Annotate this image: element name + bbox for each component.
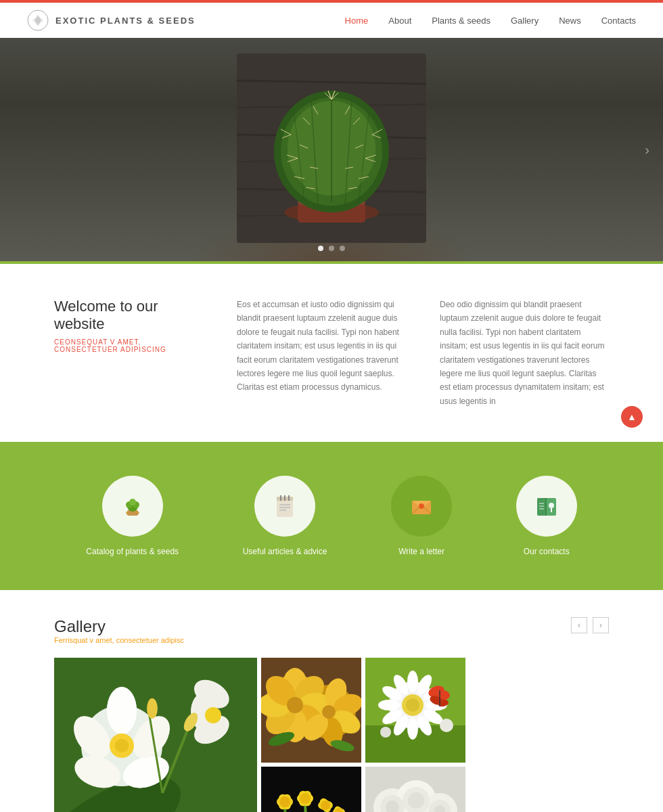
svg-point-48	[129, 499, 136, 505]
gallery-prev-arrow[interactable]: ‹	[571, 617, 587, 633]
gallery-next-arrow[interactable]: ›	[593, 617, 609, 633]
feature-articles[interactable]: Useful articles & advice	[243, 476, 327, 556]
svg-point-154	[321, 800, 330, 810]
gallery-title: Gallery	[54, 617, 184, 636]
feature-letter[interactable]: Write a letter	[391, 476, 452, 556]
feature-label-letter: Write a letter	[398, 547, 444, 556]
welcome-left: Welcome to our website CEONSEQUAT V AMET…	[54, 298, 203, 408]
gallery-header: Gallery Ferrisquat v amet, consectetuer …	[54, 617, 609, 644]
welcome-section: Welcome to our website CEONSEQUAT V AMET…	[0, 264, 663, 442]
hero-dot-3[interactable]	[340, 246, 345, 251]
hero-section: ›	[0, 38, 663, 261]
svg-point-147	[279, 796, 290, 807]
feature-circle-contacts	[516, 476, 577, 537]
gallery-item-2[interactable]	[261, 658, 361, 763]
nav-news[interactable]: News	[559, 16, 581, 26]
svg-point-135	[440, 719, 453, 732]
svg-rect-137	[261, 767, 361, 812]
hero-dot-1[interactable]	[318, 246, 323, 251]
svg-point-90	[147, 698, 158, 719]
welcome-subtitle: CEONSEQUAT V AMET, CONSECTETUER ADIPISCI…	[54, 338, 203, 353]
logo-text: EXOTIC PLANTS & SEEDS	[55, 16, 196, 26]
nav-about[interactable]: About	[388, 16, 411, 26]
nav-home[interactable]: Home	[345, 16, 369, 26]
gallery-subtitle: Ferrisquat v amet, consectetuer adipisc	[54, 636, 184, 644]
svg-point-116	[407, 671, 418, 692]
welcome-text-col2: Deo odio dignissim qui blandit praesent …	[440, 298, 609, 408]
nav-contacts[interactable]: Contacts	[601, 16, 636, 26]
logo[interactable]: EXOTIC PLANTS & SEEDS	[27, 9, 196, 31]
feature-label-articles: Useful articles & advice	[243, 547, 327, 556]
gallery-item-1[interactable]	[54, 658, 257, 812]
hero-dots	[318, 246, 345, 251]
svg-point-136	[380, 727, 391, 738]
gallery-item-3[interactable]	[365, 658, 465, 763]
nav: Home About Plants & seeds Gallery News C…	[345, 16, 636, 26]
cactus-image	[237, 53, 426, 246]
feature-contacts[interactable]: Our contacts	[516, 476, 577, 556]
svg-point-76	[107, 687, 137, 734]
svg-rect-63	[537, 498, 546, 516]
svg-point-103	[287, 697, 303, 713]
gallery-section: Gallery Ferrisquat v amet, consectetuer …	[0, 590, 663, 812]
welcome-text-col1: Eos et accumsan et iusto odio dignissim …	[237, 298, 406, 408]
welcome-title: Welcome to our website	[54, 298, 203, 333]
gallery-title-group: Gallery Ferrisquat v amet, consectetuer …	[54, 617, 184, 644]
gallery-arrows: ‹ ›	[571, 617, 609, 633]
hero-dot-2[interactable]	[329, 246, 334, 251]
svg-point-87	[205, 707, 221, 723]
svg-point-65	[549, 503, 554, 508]
nav-gallery[interactable]: Gallery	[511, 16, 539, 26]
svg-point-151	[300, 793, 311, 804]
feature-circle-catalog	[102, 476, 163, 537]
svg-point-129	[406, 698, 419, 712]
svg-point-83	[115, 739, 129, 752]
feature-circle-articles	[254, 476, 315, 537]
scroll-top-button[interactable]: ▲	[621, 406, 643, 428]
header: EXOTIC PLANTS & SEEDS Home About Plants …	[0, 3, 663, 38]
hero-next-arrow[interactable]: ›	[645, 142, 649, 158]
svg-point-170	[408, 792, 424, 809]
svg-point-122	[407, 718, 418, 740]
feature-catalog[interactable]: Catalog of plants & seeds	[86, 476, 179, 556]
logo-icon	[27, 9, 49, 31]
svg-point-109	[322, 705, 336, 719]
nav-plants[interactable]: Plants & seeds	[432, 16, 490, 26]
feature-circle-letter	[391, 476, 452, 537]
gallery-item-4[interactable]	[261, 767, 361, 812]
svg-point-125	[378, 700, 400, 710]
feature-label-catalog: Catalog of plants & seeds	[86, 547, 179, 556]
feature-label-contacts: Our contacts	[524, 547, 570, 556]
svg-point-61	[419, 503, 424, 509]
gallery-item-5[interactable]	[365, 767, 465, 812]
features-section: Catalog of plants & seeds Useful article…	[0, 442, 663, 590]
gallery-grid	[54, 658, 609, 812]
